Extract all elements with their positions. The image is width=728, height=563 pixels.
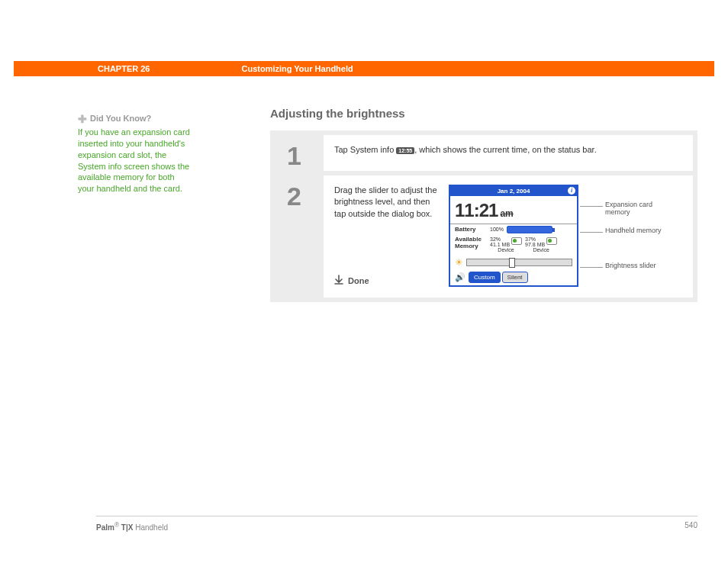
- info-icon[interactable]: i: [568, 187, 575, 195]
- brightness-slider[interactable]: [466, 259, 572, 266]
- brand-suffix: Handheld: [135, 523, 168, 532]
- step-instruction: Drag the slider to adjust the brightness…: [334, 185, 441, 220]
- step-number: 1: [275, 135, 324, 171]
- sound-row: 🔊 Custom Silent: [450, 272, 577, 285]
- custom-button[interactable]: Custom: [469, 272, 501, 283]
- silent-button[interactable]: Silent: [502, 272, 528, 283]
- memory-row: Available Memory 32%41.1 MB Device: [450, 235, 577, 254]
- callout-line: [580, 232, 603, 233]
- speaker-icon: 🔊: [455, 272, 465, 283]
- page-number: 540: [685, 521, 697, 532]
- device-screenshot: Jan 2, 2004 i 11:21am Battery 100% Av: [449, 185, 578, 287]
- section-title: Adjusting the brightness: [270, 107, 697, 120]
- mem-name: Device: [533, 247, 549, 253]
- step-number: 2: [275, 175, 324, 298]
- chapter-header: CHAPTER 26 Customizing Your Handheld: [14, 61, 714, 76]
- step-2-text-column: Drag the slider to adjust the brightness…: [334, 185, 441, 288]
- did-you-know-sidebar: ✚Did You Know? If you have an expansion …: [78, 113, 192, 195]
- battery-row: Battery 100%: [450, 224, 577, 235]
- device-ampm: am: [500, 208, 513, 219]
- callout-expansion-memory: Expansion card memory: [605, 201, 674, 217]
- battery-label: Battery: [455, 227, 487, 233]
- model-name: T|X: [121, 523, 134, 532]
- device-time: 11:21: [455, 200, 498, 220]
- did-you-know-body: If you have an expansion card inserted i…: [78, 127, 192, 195]
- plus-icon: ✚: [78, 113, 87, 125]
- memory-device-1: 32%41.1 MB Device: [490, 236, 522, 253]
- brightness-slider-row: ☀: [450, 254, 577, 272]
- memory-card-icon: [511, 237, 522, 245]
- step-text: , which shows the current time, on the s…: [414, 145, 596, 154]
- time-pill-icon: 12:55: [396, 147, 414, 154]
- mem-size: 41.1 MB: [490, 242, 510, 247]
- callout-brightness-slider: Brightness slider: [605, 262, 674, 270]
- step-body: Drag the slider to adjust the brightness…: [324, 175, 693, 298]
- did-you-know-label: Did You Know?: [90, 114, 151, 123]
- step-body: Tap System info 12:55, which shows the c…: [324, 135, 693, 171]
- device-time-row: 11:21am: [450, 196, 577, 224]
- battery-percent: 100%: [490, 226, 504, 233]
- done-indicator: Done: [334, 275, 441, 288]
- device-screenshot-wrap: Jan 2, 2004 i 11:21am Battery 100% Av: [449, 185, 682, 288]
- step-2: 2 Drag the slider to adjust the brightne…: [275, 175, 693, 298]
- done-label: Done: [348, 275, 369, 287]
- callout-handheld-memory: Handheld memory: [605, 227, 674, 235]
- memory-device-2: 37%97.8 MB Device: [525, 236, 557, 253]
- page-footer: Palm® T|X Handheld 540: [96, 516, 697, 532]
- slider-thumb[interactable]: [509, 258, 515, 268]
- footer-brand: Palm® T|X Handheld: [96, 521, 168, 532]
- step-text: Tap System info: [334, 145, 396, 154]
- done-arrow-icon: [334, 275, 343, 288]
- memory-card-icon: [546, 237, 557, 245]
- brightness-icon: ☀: [455, 256, 463, 269]
- mem-size: 97.8 MB: [525, 242, 545, 247]
- device-date: Jan 2, 2004: [498, 188, 530, 195]
- callout-line: [580, 267, 603, 268]
- mem-name: Device: [498, 247, 514, 253]
- mem-pct: 32%: [490, 236, 501, 242]
- step-1: 1 Tap System info 12:55, which shows the…: [275, 135, 693, 171]
- battery-icon: [507, 226, 552, 233]
- device-date-bar: Jan 2, 2004 i: [450, 186, 577, 196]
- callout-line: [580, 206, 603, 207]
- steps-container: 1 Tap System info 12:55, which shows the…: [270, 130, 697, 302]
- main-content: Adjusting the brightness 1 Tap System in…: [270, 107, 697, 302]
- mem-pct: 37%: [525, 236, 536, 242]
- chapter-number: CHAPTER 26: [98, 64, 150, 73]
- chapter-title: Customizing Your Handheld: [241, 64, 353, 73]
- brand-name: Palm: [96, 523, 114, 532]
- did-you-know-heading: ✚Did You Know?: [78, 113, 192, 125]
- memory-label: Available Memory: [455, 236, 487, 250]
